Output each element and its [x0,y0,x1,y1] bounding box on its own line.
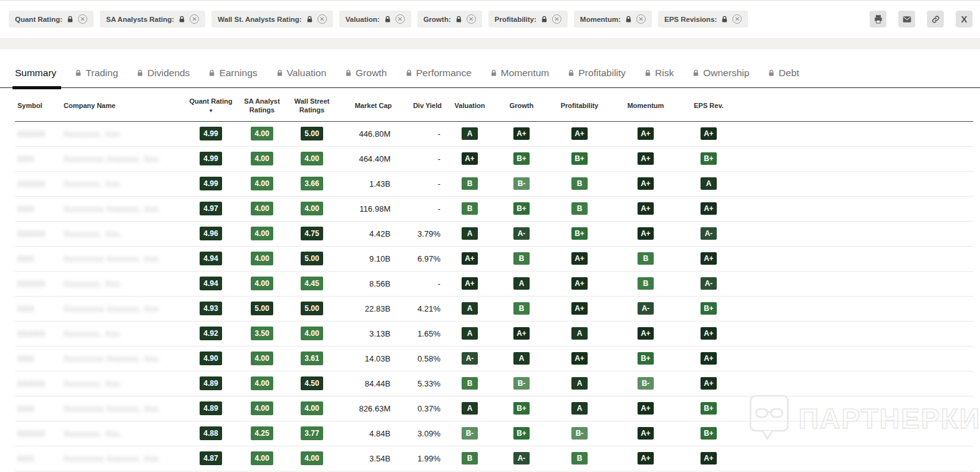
filter-chip-eps-revisions[interactable]: EPS Revisions: ✕ [658,11,748,27]
remove-filter-icon[interactable]: ✕ [552,14,561,24]
column-header-sa-analyst-ratings[interactable]: SA AnalystRatings [237,88,287,121]
tab-performance[interactable]: Performance [405,67,472,87]
symbol-blurred[interactable]: XXX [17,405,34,413]
remove-filter-icon[interactable]: ✕ [318,14,327,24]
table-row[interactable]: XXXXxxxxxxxx Xxxxxxx, Xxx.4.935.005.0022… [15,296,973,321]
filter-chip-wall-st-analysts-rating[interactable]: Wall St. Analysts Rating: ✕ [211,11,333,27]
sa-analyst-rating-cell: 4.00 [237,121,287,146]
rating-badge: A- [513,452,530,465]
symbol-blurred[interactable]: XXXXX [17,380,46,388]
filter-chip-valuation[interactable]: Valuation: ✕ [339,11,411,27]
email-button[interactable] [898,11,915,27]
excel-export-button[interactable]: X [956,11,973,27]
table-row[interactable]: XXXXxxxxxxxx Xxxxxxx, Xxx.4.944.005.009.… [15,246,973,271]
tab-earnings[interactable]: Earnings [208,67,257,87]
tab-growth[interactable]: Growth [345,67,387,87]
filter-chip-profitability[interactable]: Profitability: ✕ [488,11,568,27]
table-row[interactable]: XXXXxxxxxxxx Xxxxxxx, Xxx.4.974.004.0011… [15,196,973,221]
column-header-profitability[interactable]: Profitability [548,88,611,121]
rating-badge: A+ [701,327,717,340]
lock-icon [768,69,775,77]
table-row[interactable]: XXXXXXxxxxxxx, Xxx.4.894.004.5084.44B5.3… [15,371,973,396]
rating-badge: B+ [701,302,717,315]
momentum-grade-cell: A+ [611,121,680,146]
div-yield-cell: 6.97% [394,246,444,271]
symbol-blurred[interactable]: XXXXX [17,430,46,438]
tab-profitability[interactable]: Profitability [568,67,626,87]
rating-badge: A+ [701,252,717,265]
quant-rating-cell: 4.94 [185,271,237,296]
table-row[interactable]: XXXXXXxxxxxxx, Xxx.4.994.005.00446.80M-A… [15,121,973,146]
lock-icon [541,16,548,23]
rating-badge: 4.00 [301,327,323,340]
column-header-quant-rating[interactable]: Quant Rating ▼ [185,88,237,121]
rating-badge: A [571,327,588,340]
table-row[interactable]: XXXXxxxxxxxx Xxxxxxx, Xxx.4.874.004.003.… [15,446,973,471]
column-header-symbol[interactable]: Symbol [15,88,61,121]
company-name-blurred: Xxxxxxxxx Xxxxxxx, Xxx. [64,305,161,313]
column-header-div-yield[interactable]: Div Yield [394,88,444,121]
table-row[interactable]: XXXXXXxxxxxxx, Xxx.4.994.003.661.43B-BB-… [15,171,973,196]
symbol-blurred[interactable]: XXXXX [17,330,46,338]
rating-badge: B+ [701,402,717,415]
market-cap-cell: 826.63M [337,396,394,421]
rating-badge: 4.96 [200,227,222,240]
symbol-blurred[interactable]: XXX [17,355,34,363]
tab-momentum[interactable]: Momentum [490,67,550,87]
table-row[interactable]: XXXXXXxxxxxxx, Xxx.4.944.004.458.56B-A+A… [15,271,973,296]
column-header-growth[interactable]: Growth [495,88,548,121]
remove-filter-icon[interactable]: ✕ [190,14,199,24]
symbol-blurred[interactable]: XXX [17,255,34,263]
filter-chip-growth[interactable]: Growth: ✕ [417,11,482,27]
symbol-blurred[interactable]: XXX [17,305,34,313]
remove-filter-icon[interactable]: ✕ [78,14,87,24]
rating-badge: 4.00 [251,227,273,240]
table-row[interactable]: XXXXXXxxxxxxx, Xxx.4.964.004.754.42B3.79… [15,221,973,246]
symbol-blurred[interactable]: XXXXX [17,130,46,139]
symbol-blurred[interactable]: XXX [17,155,34,164]
filter-chip-momentum[interactable]: Momentum: ✕ [574,11,652,27]
rating-badge: A+ [571,302,588,315]
tab-dividends[interactable]: Dividends [137,67,190,87]
symbol-blurred[interactable]: XXX [17,205,34,214]
rating-badge: 4.92 [200,327,222,340]
rating-badge: 4.00 [251,252,273,265]
remove-filter-icon[interactable]: ✕ [395,14,405,24]
table-row[interactable]: XXXXxxxxxxxx Xxxxxxx, Xxx.4.904.003.6114… [15,346,973,371]
print-button[interactable] [870,11,886,27]
column-header-eps-rev[interactable]: EPS Rev. [680,88,737,121]
table-row[interactable]: XXXXXXxxxxxxx, Xxx.4.884.253.774.84B3.09… [15,421,973,446]
tab-summary[interactable]: Summary [15,67,56,87]
sa-analyst-rating-cell: 4.00 [237,446,287,471]
rating-badge: B+ [513,152,530,165]
tab-ownership[interactable]: Ownership [692,67,749,87]
symbol-blurred[interactable]: XXX [17,455,34,463]
remove-filter-icon[interactable]: ✕ [732,14,742,24]
valuation-grade-cell: A [444,321,495,346]
tab-risk[interactable]: Risk [644,67,674,87]
table-row[interactable]: XXXXxxxxxxxx Xxxxxxx, Xxx.4.894.004.0082… [15,396,973,421]
column-header-valuation[interactable]: Valuation [444,88,495,121]
filter-chip-sa-analysts-rating[interactable]: SA Analysts Rating: ✕ [100,11,205,27]
growth-grade-cell: B+ [495,396,548,421]
eps-rev-grade-cell: A+ [680,321,737,346]
table-row[interactable]: XXXXXXxxxxxxx, Xxx.4.923.504.003.13B1.65… [15,321,973,346]
tab-debt[interactable]: Debt [768,67,799,87]
column-header-market-cap[interactable]: Market Cap [337,88,394,121]
filter-chip-quant-rating[interactable]: Quant Rating: ✕ [9,11,94,27]
column-header-momentum[interactable]: Momentum [611,88,680,121]
column-header-wall-street-ratings[interactable]: Wall StreetRatings [287,88,337,121]
tab-trading[interactable]: Trading [75,67,118,87]
remove-filter-icon[interactable]: ✕ [467,14,476,24]
remove-filter-icon[interactable]: ✕ [636,14,646,24]
rating-badge: 4.50 [301,376,323,390]
company-name-blurred: Xxxxxxxx, Xxx. [64,230,122,238]
link-button[interactable] [927,11,944,27]
symbol-blurred[interactable]: XXXXX [17,180,46,189]
column-header-company-name[interactable]: Company Name [61,88,185,121]
symbol-blurred[interactable]: XXXXX [17,280,46,288]
tab-valuation[interactable]: Valuation [276,67,326,87]
table-row[interactable]: XXXXxxxxxxxx Xxxxxxx, Xxx.4.994.004.0046… [15,146,973,171]
valuation-grade-cell: A [444,121,495,146]
symbol-blurred[interactable]: XXXXX [17,230,46,238]
